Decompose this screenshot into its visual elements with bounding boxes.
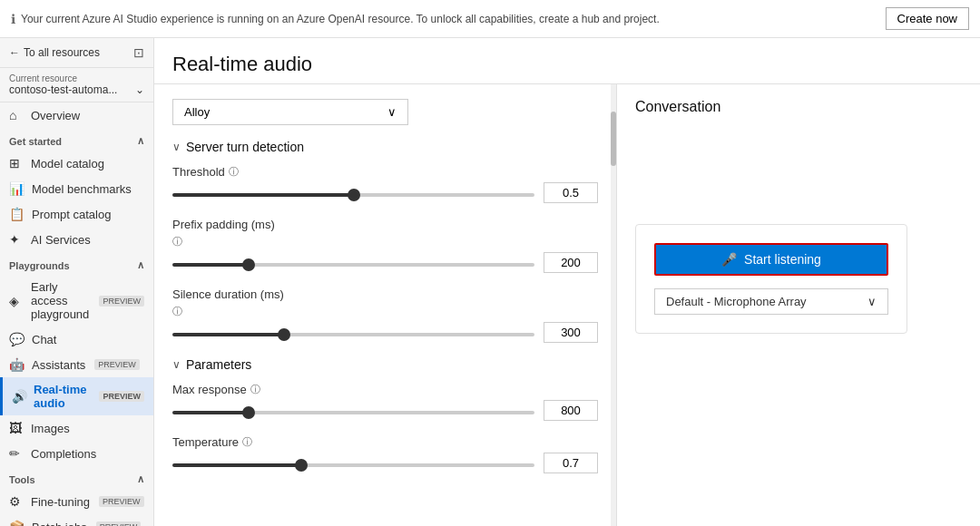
prefix-padding-value-input[interactable]	[544, 252, 598, 273]
silence-duration-info-icon[interactable]: ⓘ	[172, 305, 182, 318]
page-title-bar: Real-time audio	[154, 38, 980, 84]
threshold-info-icon[interactable]: ⓘ	[229, 165, 239, 179]
server-turn-detection-section[interactable]: ∨ Server turn detection	[172, 140, 598, 154]
sidebar-item-label: Overview	[31, 109, 80, 122]
max-response-slider[interactable]	[172, 411, 534, 414]
silence-duration-label: Silence duration (ms)	[172, 287, 284, 301]
sidebar-item-prompt-catalog[interactable]: 📋 Prompt catalog	[0, 201, 153, 227]
max-response-slider-container	[172, 404, 534, 417]
page-content-area: Alloy ∨ ∨ Server turn detection Threshol…	[154, 84, 980, 526]
preview-badge: PREVIEW	[94, 359, 140, 370]
batch-jobs-icon: 📦	[9, 520, 24, 526]
completions-icon: ✏	[9, 446, 24, 461]
prefix-padding-info-icon[interactable]: ⓘ	[172, 235, 182, 248]
resource-name: contoso-test-automa...	[9, 83, 117, 96]
sidebar-item-label: Fine-tuning	[31, 495, 90, 509]
max-response-info-icon[interactable]: ⓘ	[250, 383, 260, 396]
notification-banner: ℹ Your current Azure AI Studio experienc…	[0, 0, 980, 38]
ai-services-icon: ✦	[9, 232, 24, 247]
sidebar-item-model-catalog[interactable]: ⊞ Model catalog	[0, 151, 153, 176]
max-response-group: Max response ⓘ	[172, 383, 598, 421]
max-response-label-container: Max response ⓘ	[172, 383, 598, 396]
sidebar-header: ← To all resources ⊡	[0, 38, 153, 68]
temperature-slider[interactable]	[172, 463, 534, 467]
temperature-value-input[interactable]	[544, 453, 598, 473]
sidebar-item-label: Images	[31, 422, 70, 435]
main-content: Real-time audio Alloy ∨ ∨ Server turn de…	[154, 38, 980, 526]
start-listening-button[interactable]: 🎤 Start listening	[654, 243, 888, 276]
preview-badge: PREVIEW	[99, 496, 144, 507]
sidebar-item-label: Model benchmarks	[32, 182, 132, 196]
get-started-section: Get started ∧	[0, 128, 153, 151]
preview-badge: PREVIEW	[96, 521, 142, 526]
assistants-icon: 🤖	[9, 357, 24, 372]
sidebar-item-fine-tuning[interactable]: ⚙ Fine-tuning PREVIEW	[0, 489, 153, 514]
microphone-dropdown-icon: ∨	[867, 295, 877, 308]
sidebar-collapse-button[interactable]: ⊡	[133, 45, 144, 60]
threshold-value-input[interactable]	[544, 182, 598, 203]
sidebar-item-images[interactable]: 🖼 Images	[0, 415, 153, 441]
prompt-icon: 📋	[9, 207, 24, 221]
silence-duration-slider[interactable]	[172, 333, 534, 336]
settings-panel: Alloy ∨ ∨ Server turn detection Threshol…	[154, 84, 617, 526]
scrollbar[interactable]	[611, 84, 616, 526]
page-title: Real-time audio	[172, 53, 962, 76]
silence-duration-value-input[interactable]	[544, 322, 598, 343]
prefix-padding-slider[interactable]	[172, 263, 534, 267]
banner-message: Your current Azure AI Studio experience …	[21, 13, 660, 25]
temperature-label-container: Temperature ⓘ	[172, 435, 598, 449]
current-resource-container: Current resource contoso-test-automa... …	[0, 68, 153, 102]
back-to-resources-link[interactable]: ← To all resources	[9, 46, 100, 59]
preview-badge: PREVIEW	[99, 391, 144, 402]
temperature-group: Temperature ⓘ	[172, 435, 598, 473]
real-time-audio-icon: 🔊	[12, 389, 26, 404]
benchmarks-icon: 📊	[9, 181, 24, 196]
voice-selector-value: Alloy	[184, 105, 210, 119]
scrollbar-thumb	[611, 112, 616, 166]
silence-duration-group: Silence duration (ms) ⓘ	[172, 287, 598, 343]
get-started-chevron: ∧	[137, 135, 144, 147]
chat-icon: 💬	[9, 332, 24, 346]
sidebar: ← To all resources ⊡ Current resource co…	[0, 38, 154, 526]
threshold-label: Threshold	[172, 165, 225, 179]
listening-card: 🎤 Start listening Default - Microphone A…	[635, 224, 907, 334]
sidebar-item-label: Chat	[32, 333, 56, 346]
sidebar-item-batch-jobs[interactable]: 📦 Batch jobs PREVIEW	[0, 514, 153, 526]
max-response-value-input[interactable]	[544, 400, 598, 421]
sidebar-item-overview[interactable]: ⌂ Overview	[0, 102, 153, 128]
silence-duration-slider-row	[172, 322, 598, 343]
preview-badge: PREVIEW	[99, 296, 144, 307]
parameters-section[interactable]: ∨ Parameters	[172, 357, 598, 372]
start-listening-label: Start listening	[744, 252, 821, 267]
sidebar-item-completions[interactable]: ✏ Completions	[0, 441, 153, 466]
conversation-panel: Conversation 🎤 Start listening Default -…	[617, 84, 980, 526]
threshold-slider[interactable]	[172, 193, 534, 197]
parameters-chevron-icon: ∨	[172, 358, 181, 371]
microphone-select[interactable]: Default - Microphone Array ∨	[654, 288, 888, 315]
banner-message-container: ℹ Your current Azure AI Studio experienc…	[11, 12, 660, 26]
microphone-icon: 🎤	[721, 252, 737, 267]
home-icon: ⌂	[9, 108, 24, 122]
playgrounds-chevron: ∧	[137, 259, 144, 271]
resource-expand-icon: ⌄	[135, 83, 144, 96]
sidebar-item-assistants[interactable]: 🤖 Assistants PREVIEW	[0, 352, 153, 377]
sidebar-item-early-access[interactable]: ◈ Early access playground PREVIEW	[0, 275, 153, 326]
temperature-info-icon[interactable]: ⓘ	[242, 435, 252, 449]
back-link-label: To all resources	[24, 46, 100, 59]
create-now-button[interactable]: Create now	[886, 7, 969, 30]
threshold-slider-row	[172, 182, 598, 203]
threshold-label-container: Threshold ⓘ	[172, 165, 598, 179]
voice-selector[interactable]: Alloy ∨	[172, 99, 408, 125]
temperature-slider-row	[172, 453, 598, 473]
get-started-label: Get started	[9, 136, 62, 147]
sidebar-item-ai-services[interactable]: ✦ AI Services	[0, 227, 153, 252]
sidebar-item-label: AI Services	[31, 233, 91, 247]
sidebar-item-label: Prompt catalog	[32, 208, 111, 221]
sidebar-item-model-benchmarks[interactable]: 📊 Model benchmarks	[0, 176, 153, 201]
back-arrow-icon: ←	[9, 46, 20, 59]
sidebar-item-real-time-audio[interactable]: 🔊 Real-time audio PREVIEW	[0, 377, 153, 415]
prefix-padding-slider-container	[172, 256, 534, 269]
sidebar-item-chat[interactable]: 💬 Chat	[0, 326, 153, 352]
sidebar-item-label: Batch jobs	[32, 521, 87, 527]
sidebar-item-label: Early access playground	[31, 280, 90, 321]
